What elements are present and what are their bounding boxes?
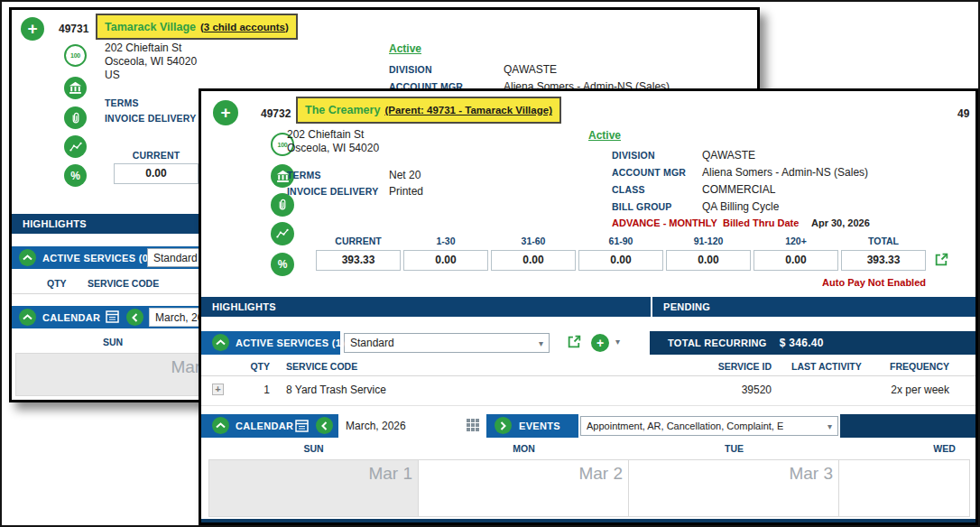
aging-label: TOTAL xyxy=(841,236,926,246)
invoice-delivery-label: INVOICE DELIVERY xyxy=(105,113,196,124)
bill-group-value: QA Billing Cycle xyxy=(702,200,779,213)
active-services-label: ACTIVE SERVICES (0) xyxy=(42,246,152,269)
aging-box: 0.00 xyxy=(578,250,663,271)
highlights-bar: HIGHLIGHTS xyxy=(201,297,651,317)
address-line1: 202 Chieftain St xyxy=(105,42,181,54)
add-button[interactable]: + xyxy=(21,17,44,41)
aging-current-box: 0.00 xyxy=(114,163,199,184)
plus-icon: + xyxy=(220,104,230,121)
screenshot-canvas: + 49731 Tamarack Village (3 child accoun… xyxy=(0,0,980,527)
highlights-label: HIGHLIGHTS xyxy=(23,218,87,229)
services-filter-value: Standard xyxy=(153,252,198,264)
qty-header: QTY xyxy=(237,361,270,372)
status-active-link[interactable]: Active xyxy=(389,42,421,55)
row-expander-button[interactable]: + xyxy=(212,384,224,395)
day-header-sun: SUN xyxy=(208,443,419,454)
row-service-code: 8 Yard Trash Service xyxy=(286,384,386,396)
next-chevron-button[interactable] xyxy=(495,417,512,434)
autopay-status: Auto Pay Not Enabled xyxy=(743,277,926,288)
address-line3: US xyxy=(105,69,120,81)
collapse-chevron-button[interactable] xyxy=(212,417,229,434)
aging-box: 0.00 xyxy=(403,250,488,271)
rate-icon[interactable]: % xyxy=(271,253,294,276)
account-mgr-label: ACCOUNT MGR xyxy=(612,167,686,178)
attachments-paperclip-icon[interactable] xyxy=(64,106,87,129)
calendar-cell-sun[interactable]: Mar 1 xyxy=(208,459,419,517)
account-name: The Creamery xyxy=(305,104,380,116)
caret-down-icon: ▾ xyxy=(535,338,543,348)
services-filter-dropdown[interactable]: Standard ▾ xyxy=(344,333,550,353)
class-value: COMMERCIAL xyxy=(702,183,775,196)
status-active-link[interactable]: Active xyxy=(588,129,621,142)
add-button[interactable]: + xyxy=(213,100,238,125)
calendar-cell-mon[interactable]: Mar 2 xyxy=(418,459,629,517)
prev-month-chevron-button[interactable] xyxy=(316,417,333,434)
services-filter-value: Standard xyxy=(350,337,394,349)
collapse-chevron-button[interactable] xyxy=(19,249,36,266)
agenda-list-icon[interactable] xyxy=(106,310,119,327)
aging-box: 0.00 xyxy=(666,250,751,271)
active-services-label: ACTIVE SERVICES (1) xyxy=(236,331,345,355)
pending-label: PENDING xyxy=(663,301,710,312)
highlight-annotation: The Creamery (Parent: 49731 - Tamarack V… xyxy=(296,97,561,124)
calendar-bar-tail xyxy=(840,414,975,438)
caret-down-icon[interactable]: ▾ xyxy=(615,337,620,347)
total-recurring-bar: TOTAL RECURRING $ 346.40 xyxy=(650,331,975,355)
frequency-header: FREQUENCY xyxy=(859,361,949,372)
aging-box: 393.33 xyxy=(316,250,401,271)
calendar-grid-icon[interactable] xyxy=(466,418,480,436)
month-selector[interactable]: March, 2026 xyxy=(346,420,406,432)
calendar-label: CALENDAR xyxy=(42,306,100,328)
billing-bank-icon[interactable] xyxy=(64,77,87,99)
parent-account-link[interactable]: (Parent: 49731 - Tamarack Village) xyxy=(384,105,552,116)
service-code-header: SERVICE CODE xyxy=(286,361,357,372)
aging-label: 91-120 xyxy=(666,236,751,246)
corner-partial-number: 49 xyxy=(957,107,969,120)
highlight-annotation: Tamarack Village (3 child accounts) xyxy=(96,14,298,40)
aging-box: 0.00 xyxy=(753,250,838,271)
agenda-list-icon[interactable] xyxy=(295,419,309,436)
open-external-icon[interactable] xyxy=(567,334,582,353)
caret-down-icon: ▾ xyxy=(824,421,832,431)
pending-bar: PENDING xyxy=(652,297,975,317)
calendar-cell-sun[interactable]: Mar 1 xyxy=(15,353,221,396)
events-filter-dropdown[interactable]: Appointment, AR, Cancellation, Complaint… xyxy=(580,416,838,436)
open-external-icon[interactable] xyxy=(934,252,949,271)
total-recurring-label: TOTAL RECURRING xyxy=(668,337,767,348)
day-header-mon: MON xyxy=(419,443,629,454)
collapse-chevron-button[interactable] xyxy=(212,334,229,351)
service-id-header: SERVICE ID xyxy=(707,361,772,372)
calendar-cell-wed[interactable] xyxy=(838,459,970,517)
highlights-label: HIGHLIGHTS xyxy=(212,301,276,312)
division-label: DIVISION xyxy=(612,150,655,161)
aging-label: 61-90 xyxy=(578,236,663,246)
account-number: 49732 xyxy=(261,107,291,120)
bottom-bar xyxy=(201,519,975,522)
address-line1: 202 Chieftain St xyxy=(287,128,364,141)
day-header-tue: TUE xyxy=(629,443,839,454)
rate-icon[interactable]: % xyxy=(64,164,87,187)
account-name-link[interactable]: Tamarack Village xyxy=(105,21,196,33)
aging-label: 31-60 xyxy=(491,236,576,246)
prev-month-chevron-button[interactable] xyxy=(126,309,143,326)
billed-thru-date: Apr 30, 2026 xyxy=(811,217,870,228)
account-mgr-value: Aliena Somers - Admin-NS (Sales) xyxy=(702,166,868,179)
score-gauge-icon[interactable]: 100 xyxy=(64,44,87,67)
total-recurring-value: $ 346.40 xyxy=(780,337,824,349)
events-filter-value: Appointment, AR, Cancellation, Complaint… xyxy=(587,421,783,431)
activity-chart-icon[interactable] xyxy=(271,222,294,245)
activity-chart-icon[interactable] xyxy=(64,135,87,158)
row-qty: 1 xyxy=(237,384,270,396)
collapse-chevron-button[interactable] xyxy=(19,309,36,326)
aging-label: CURRENT xyxy=(316,236,401,246)
day-header-sun: SUN xyxy=(12,337,214,347)
percent-glyph: % xyxy=(70,170,80,182)
service-table-row[interactable]: + 1 8 Yard Trash Service 39520 2x per we… xyxy=(201,376,975,403)
child-accounts-link[interactable]: (3 child accounts) xyxy=(200,22,289,32)
calendar-cell-tue[interactable]: Mar 3 xyxy=(628,459,839,517)
terms-label: TERMS xyxy=(105,97,139,108)
aging-box: 0.00 xyxy=(491,250,576,271)
aging-label: 1-30 xyxy=(403,236,488,246)
plus-icon: + xyxy=(596,337,604,349)
add-service-button[interactable]: + xyxy=(591,334,609,352)
